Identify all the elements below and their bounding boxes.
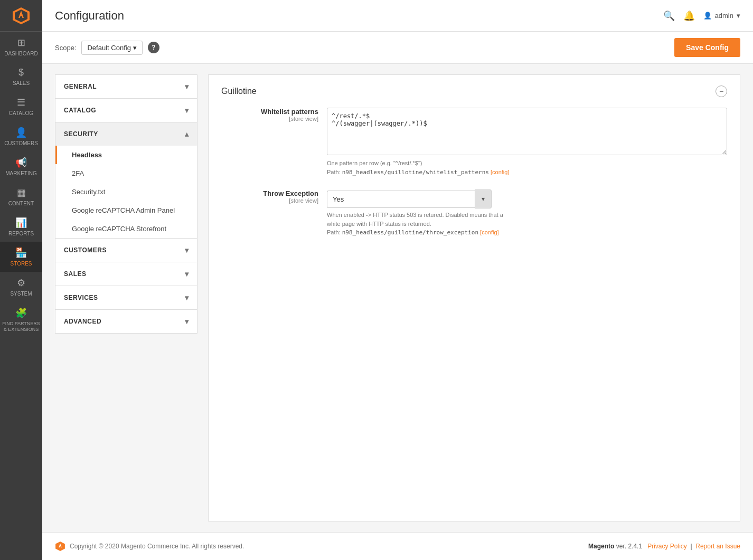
save-config-button[interactable]: Save Config bbox=[674, 38, 740, 57]
sub-item-security-txt[interactable]: Security.txt bbox=[55, 183, 197, 201]
marketing-icon: 📢 bbox=[15, 157, 27, 168]
sub-item-headless[interactable]: Headless bbox=[55, 146, 197, 164]
sidebar-item-catalog[interactable]: ☰ CATALOG bbox=[0, 91, 42, 121]
collapse-icon: − bbox=[719, 87, 723, 96]
admin-chevron-icon: ▾ bbox=[737, 12, 740, 20]
sidebar-item-marketing[interactable]: 📢 MARKETING bbox=[0, 151, 42, 182]
accordion-label-catalog: CATALOG bbox=[64, 107, 96, 114]
accordion-header-services[interactable]: SERVICES ▾ bbox=[55, 286, 197, 309]
sidebar-item-stores[interactable]: 🏪 STORES bbox=[0, 242, 42, 272]
throw-exception-config-link[interactable]: [config] bbox=[480, 229, 498, 235]
sub-item-recaptcha-admin[interactable]: Google reCAPTCHA Admin Panel bbox=[55, 201, 197, 220]
whitelist-hint: One pattern per row (e.g. "^/rest/.*$") … bbox=[327, 159, 727, 177]
scope-select[interactable]: Default Config ▾ bbox=[81, 41, 142, 55]
scope-chevron-icon: ▾ bbox=[133, 44, 137, 52]
chevron-up-icon-security: ▴ bbox=[185, 130, 189, 138]
whitelist-textarea[interactable]: ^/rest/.*$ ^/(swagger|(swagger/.*))$ bbox=[327, 108, 727, 155]
accordion-customers: CUSTOMERS ▾ bbox=[55, 239, 197, 262]
section-title: Guillotine bbox=[221, 87, 257, 96]
sidebar-item-extensions[interactable]: 🧩 FIND PARTNERS & EXTENSIONS bbox=[0, 302, 42, 338]
content-area: GENERAL ▾ CATALOG ▾ SECURITY ▴ bbox=[42, 64, 753, 532]
scope-value: Default Config bbox=[87, 44, 130, 52]
help-text: ? bbox=[152, 44, 155, 51]
form-row-whitelist: Whitelist patterns [store view] ^/rest/.… bbox=[221, 108, 727, 177]
footer-left: Copyright © 2020 Magento Commerce Inc. A… bbox=[55, 541, 244, 552]
user-icon: 👤 bbox=[703, 12, 712, 20]
accordion-header-security[interactable]: SECURITY ▴ bbox=[55, 122, 197, 146]
footer-right: Magento ver. 2.4.1 Privacy Policy | Repo… bbox=[588, 543, 740, 550]
accordion-label-general: GENERAL bbox=[64, 83, 97, 90]
whitelist-config-link[interactable]: [config] bbox=[491, 169, 509, 175]
scope-left: Scope: Default Config ▾ ? bbox=[55, 41, 159, 55]
security-sub-items: Headless 2FA Security.txt Google reCAPTC… bbox=[55, 146, 197, 238]
sidebar-item-customers[interactable]: 👤 CUSTOMERS bbox=[0, 121, 42, 151]
collapse-button[interactable]: − bbox=[716, 86, 727, 97]
accordion-services: SERVICES ▾ bbox=[55, 286, 197, 310]
sub-item-recaptcha-storefront[interactable]: Google reCAPTCHA Storefront bbox=[55, 220, 197, 238]
throw-exception-hint: When enabled -> HTTP status 503 is retur… bbox=[327, 211, 727, 238]
dashboard-icon: ⊞ bbox=[17, 37, 25, 49]
accordion-catalog: CATALOG ▾ bbox=[55, 99, 197, 122]
scope-bar: Scope: Default Config ▾ ? Save Config bbox=[42, 32, 753, 64]
scope-help-button[interactable]: ? bbox=[148, 42, 159, 53]
accordion-header-general[interactable]: GENERAL ▾ bbox=[55, 75, 197, 98]
left-panel: GENERAL ▾ CATALOG ▾ SECURITY ▴ bbox=[55, 74, 197, 521]
whitelist-control: ^/rest/.*$ ^/(swagger|(swagger/.*))$ One… bbox=[327, 108, 727, 177]
sidebar: ⊞ DASHBOARD $ SALES ☰ CATALOG 👤 CUSTOMER… bbox=[0, 0, 42, 560]
accordion-label-sales: SALES bbox=[64, 270, 87, 278]
footer-logo-icon bbox=[55, 541, 65, 552]
sidebar-item-system[interactable]: ⚙ SYSTEM bbox=[0, 272, 42, 302]
select-arrow-button[interactable]: ▾ bbox=[475, 189, 492, 208]
topbar-actions: 🔍 🔔 👤 admin ▾ bbox=[663, 10, 740, 22]
sales-icon: $ bbox=[18, 67, 24, 78]
throw-exception-path: n98_headless/guillotine/throw_exception bbox=[342, 229, 478, 236]
throw-exception-control: Yes No ▾ When enabled -> HTTP status 503… bbox=[327, 189, 727, 238]
footer: Copyright © 2020 Magento Commerce Inc. A… bbox=[42, 532, 753, 560]
right-panel: Guillotine − Whitelist patterns [store v… bbox=[208, 74, 740, 521]
accordion-general: GENERAL ▾ bbox=[55, 74, 197, 99]
privacy-policy-link[interactable]: Privacy Policy bbox=[647, 543, 687, 550]
accordion-header-advanced[interactable]: ADVANCED ▾ bbox=[55, 310, 197, 333]
chevron-down-icon-catalog: ▾ bbox=[185, 106, 189, 115]
throw-exception-label-main: Throw Exception bbox=[221, 189, 318, 197]
whitelist-path: n98_headless/guillotine/whitelist_patter… bbox=[342, 169, 489, 176]
sidebar-item-dashboard[interactable]: ⊞ DASHBOARD bbox=[0, 32, 42, 62]
sidebar-item-sales[interactable]: $ SALES bbox=[0, 62, 42, 91]
report-issue-link[interactable]: Report an Issue bbox=[695, 543, 740, 550]
accordion-security: SECURITY ▴ Headless 2FA Security.txt Goo… bbox=[55, 122, 197, 239]
catalog-icon: ☰ bbox=[17, 97, 25, 108]
sidebar-item-content[interactable]: ▦ CONTENT bbox=[0, 182, 42, 212]
accordion-header-catalog[interactable]: CATALOG ▾ bbox=[55, 99, 197, 122]
bell-icon[interactable]: 🔔 bbox=[683, 10, 695, 22]
main-content: Configuration 🔍 🔔 👤 admin ▾ Scope: Defau… bbox=[42, 0, 753, 560]
accordion-label-customers: CUSTOMERS bbox=[64, 246, 107, 254]
whitelist-label-main: Whitelist patterns bbox=[221, 108, 318, 116]
accordion-advanced: ADVANCED ▾ bbox=[55, 310, 197, 334]
magento-label: Magento bbox=[588, 543, 614, 550]
throw-exception-select-wrapper: Yes No ▾ bbox=[327, 189, 727, 208]
throw-exception-select[interactable]: Yes No bbox=[327, 191, 475, 208]
accordion-label-advanced: ADVANCED bbox=[64, 318, 101, 325]
footer-copyright: Copyright © 2020 Magento Commerce Inc. A… bbox=[70, 543, 244, 550]
topbar: Configuration 🔍 🔔 👤 admin ▾ bbox=[42, 0, 753, 32]
stores-icon: 🏪 bbox=[15, 247, 27, 259]
sub-item-2fa[interactable]: 2FA bbox=[55, 164, 197, 183]
throw-exception-label: Throw Exception [store view] bbox=[221, 189, 327, 238]
magento-version: ver. 2.4.1 bbox=[616, 543, 642, 550]
admin-menu[interactable]: 👤 admin ▾ bbox=[703, 12, 740, 20]
sidebar-logo bbox=[0, 0, 42, 32]
chevron-down-icon-advanced: ▾ bbox=[185, 317, 189, 326]
accordion-sales: SALES ▾ bbox=[55, 262, 197, 286]
reports-icon: 📊 bbox=[15, 217, 27, 229]
admin-label: admin bbox=[715, 12, 733, 20]
section-title-row: Guillotine − bbox=[221, 86, 727, 97]
search-icon[interactable]: 🔍 bbox=[663, 10, 675, 22]
accordion-label-security: SECURITY bbox=[64, 130, 98, 138]
chevron-down-icon: ▾ bbox=[185, 82, 189, 91]
whitelist-label-sub: [store view] bbox=[221, 116, 318, 122]
sidebar-item-reports[interactable]: 📊 REPORTS bbox=[0, 212, 42, 242]
accordion-header-sales[interactable]: SALES ▾ bbox=[55, 262, 197, 286]
accordion-header-customers[interactable]: CUSTOMERS ▾ bbox=[55, 239, 197, 262]
chevron-down-icon-sales: ▾ bbox=[185, 270, 189, 278]
page-title: Configuration bbox=[55, 9, 124, 23]
